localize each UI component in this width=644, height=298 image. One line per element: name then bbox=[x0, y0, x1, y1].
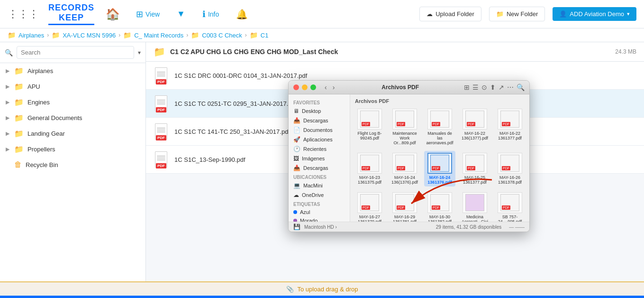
finder-file-name-1: Flight Log B-99245.pdf bbox=[356, 131, 383, 140]
sidebar-label-propellers: Propellers bbox=[27, 146, 55, 153]
finder-sort-icon[interactable]: ⊙ bbox=[481, 84, 487, 91]
breadcrumb-folder-icon-2: 📁 bbox=[52, 31, 60, 39]
finder-sidebar-onedrive[interactable]: ☁ OneDrive bbox=[289, 190, 350, 200]
folder-icon-apu: 📁 bbox=[14, 82, 24, 91]
finder-close-button[interactable] bbox=[293, 84, 299, 90]
folder-icon-propellers: 📁 bbox=[14, 145, 24, 154]
finder-footer: 💾 Macintosh HD › 29 items, 41.32 GB disp… bbox=[289, 222, 529, 232]
finder-file-name-10: MAY-16-26 1361378.pdf bbox=[496, 175, 524, 185]
account-button[interactable]: 👤 ADD Aviation Demo ▾ bbox=[553, 7, 636, 21]
finder-maximize-button[interactable] bbox=[310, 84, 316, 90]
header: ⋮⋮⋮ RECORDS KEEP 🏠 ⊞ View ▼ ℹ Info 🔔 ☁ U… bbox=[0, 0, 644, 28]
finder-file-1[interactable]: PDF Flight Log B-99245.pdf bbox=[354, 107, 385, 147]
sidebar-item-propellers[interactable]: ▶ 📁 Propellers bbox=[0, 141, 145, 157]
expand-icon-engines: ▶ bbox=[6, 99, 9, 105]
pdf-icon-3: PDF bbox=[154, 122, 169, 140]
sidebar-item-apu[interactable]: ▶ 📁 APU bbox=[0, 79, 145, 94]
finder-file-3[interactable]: PDF Manuales de las aeronaves.pdf bbox=[424, 107, 455, 147]
finder-action-icon[interactable]: ⬆ bbox=[490, 84, 496, 91]
finder-location-label: Archivos PDF bbox=[354, 98, 526, 104]
sidebar-item-engines[interactable]: ▶ 📁 Engines bbox=[0, 94, 145, 110]
sidebar-item-general[interactable]: ▶ 📁 General Documents bbox=[0, 110, 145, 126]
nav-view[interactable]: ⊞ View bbox=[131, 7, 164, 21]
finder-share-icon[interactable]: ↗ bbox=[499, 84, 504, 91]
finder-file-6[interactable]: PDF MAY-16-23 1361375.pdf bbox=[354, 151, 385, 186]
logo-underline bbox=[48, 24, 94, 25]
sidebar-item-airplanes[interactable]: ▶ 📁 Airplanes bbox=[0, 63, 145, 79]
finder-hd-label: Macintosh HD › bbox=[304, 224, 337, 230]
finder-minimize-button[interactable] bbox=[302, 84, 308, 90]
finder-file-9[interactable]: PDF MAY-16-25 1361377.pdf bbox=[459, 151, 490, 186]
finder-file-12[interactable]: PDF MAY-16-29 1361381.pdf bbox=[389, 190, 420, 222]
sidebar-label-general: General Documents bbox=[27, 114, 82, 121]
upload-hint-icon: 📎 bbox=[286, 286, 294, 293]
finder-sidebar-recent[interactable]: 🕐 Recientes bbox=[289, 144, 350, 154]
sidebar-label-landing: Landing Gear bbox=[27, 130, 65, 137]
search-icon: 🔍 bbox=[5, 49, 13, 56]
filter-icon: ▼ bbox=[177, 9, 185, 19]
finder-sidebar-downloads1[interactable]: 📥 Descargas bbox=[289, 116, 350, 125]
finder-file-13[interactable]: PDF MAY-16-30 1361382.pdf bbox=[424, 190, 455, 222]
folder-size: 24.3 MB bbox=[615, 48, 636, 55]
finder-file-11[interactable]: PDF MAY-16-27 1361379.pdf bbox=[354, 190, 385, 222]
finder-file-10[interactable]: PDF MAY-16-26 1361378.pdf bbox=[494, 151, 526, 186]
upload-folder-button[interactable]: ☁ Upload Folder bbox=[419, 7, 481, 21]
finder-file-5[interactable]: PDF MAY-16-22 1361377.pdf bbox=[494, 107, 526, 147]
new-folder-button[interactable]: 📁 New Folder bbox=[489, 7, 545, 21]
nav-info[interactable]: ℹ Info bbox=[198, 7, 224, 21]
finder-sidebar-images[interactable]: 🖼 Imágenes bbox=[289, 154, 350, 163]
folder-header: 📁 C1 C2 APU CHG LG CHG ENG CHG MOD_Last … bbox=[146, 42, 644, 62]
breadcrumb-maint[interactable]: C_ Maint Records bbox=[134, 32, 183, 39]
breadcrumb-c003[interactable]: C003 C Check bbox=[202, 32, 242, 39]
finder-title: Archivos PDF bbox=[339, 84, 461, 91]
nav-bell[interactable]: 🔔 bbox=[231, 7, 253, 22]
finder-sidebar-desktop[interactable]: 🖥 Desktop bbox=[289, 106, 350, 116]
finder-file-name-7: MAY-16-24 136(1376).pdf bbox=[391, 175, 418, 185]
finder-sidebar-macmini[interactable]: 💻 MacMini bbox=[289, 181, 350, 190]
finder-tag-azul[interactable]: Azul bbox=[289, 208, 350, 216]
nav-filter[interactable]: ▼ bbox=[172, 7, 190, 21]
sidebar-item-recycle[interactable]: ▶ 🗑 Recycle Bin bbox=[0, 157, 145, 172]
pdf-icon-2: PDF bbox=[154, 94, 169, 112]
finder-view-grid-icon[interactable]: ⊞ bbox=[464, 84, 470, 91]
finder-forward-icon[interactable]: › bbox=[331, 84, 337, 91]
finder-file-14[interactable]: Medicina Aeronati...Civil.pdf bbox=[459, 190, 490, 222]
expand-icon-general: ▶ bbox=[6, 115, 9, 121]
breadcrumb-xa-vlc[interactable]: XA-VLC MSN 5996 bbox=[63, 32, 116, 39]
finder-file-8[interactable]: PDF MAY-16-24 1361376.pdf bbox=[424, 151, 455, 186]
finder-file-7[interactable]: PDF MAY-16-24 136(1376).pdf bbox=[389, 151, 420, 186]
finder-file-15[interactable]: PDF SB 757-24-...995.pdf bbox=[494, 190, 526, 222]
finder-back-icon[interactable]: ‹ bbox=[323, 84, 329, 91]
finder-sidebar-docs[interactable]: 📄 Documentos bbox=[289, 125, 350, 135]
breadcrumb-airplanes[interactable]: Airplanes bbox=[18, 32, 44, 39]
logo-top: RECORDS bbox=[48, 3, 94, 13]
apps-grid-icon[interactable]: ⋮⋮⋮ bbox=[8, 8, 39, 20]
finder-file-2[interactable]: PDF Maintenance Work Or...809.pdf bbox=[389, 107, 420, 147]
finder-view-list-icon[interactable]: ☰ bbox=[472, 84, 479, 91]
breadcrumb-c1[interactable]: C1 bbox=[261, 32, 269, 39]
sidebar-item-landing-gear[interactable]: ▶ 📁 Landing Gear bbox=[0, 126, 145, 141]
finder-more-icon[interactable]: ⋯ bbox=[507, 84, 514, 91]
finder-sidebar-downloads2[interactable]: 📥 Descargas bbox=[289, 163, 350, 173]
folder-icon-airplanes: 📁 bbox=[14, 66, 24, 75]
breadcrumb-folder-icon-5: 📁 bbox=[250, 31, 258, 39]
current-folder-name: C1 C2 APU CHG LG CHG ENG CHG MOD_Last Ch… bbox=[170, 48, 338, 56]
finder-search-icon[interactable]: 🔍 bbox=[517, 84, 525, 91]
finder-file-name-9: MAY-16-25 1361377.pdf bbox=[461, 175, 489, 185]
finder-tag-morado[interactable]: Morado bbox=[289, 216, 350, 222]
finder-sidebar-apps[interactable]: 🚀 Aplicaciones bbox=[289, 135, 350, 144]
finder-file-4[interactable]: PDF MAY-16-22 136(1377).pdf bbox=[459, 107, 490, 147]
home-icon[interactable]: 🏠 bbox=[106, 8, 120, 21]
search-bar: 🔍 ▾ bbox=[0, 42, 145, 63]
search-dropdown-icon[interactable]: ▾ bbox=[138, 49, 141, 56]
finder-file-name-12: MAY-16-29 1361381.pdf bbox=[391, 214, 418, 222]
finder-file-grid: PDF Flight Log B-99245.pdf PDF Maintenan… bbox=[354, 107, 526, 222]
current-folder-icon: 📁 bbox=[154, 46, 165, 57]
breadcrumb: 📁 Airplanes › 📁 XA-VLC MSN 5996 › 📁 C_ M… bbox=[0, 28, 644, 42]
upload-hint-text: To upload drag & drop bbox=[298, 286, 358, 293]
sidebar-label-recycle: Recycle Bin bbox=[26, 161, 58, 168]
search-input[interactable] bbox=[17, 46, 134, 59]
expand-icon-landing: ▶ bbox=[6, 130, 9, 137]
info-icon: ℹ bbox=[202, 9, 206, 19]
finder-file-name-3: Manuales de las aeronaves.pdf bbox=[426, 131, 454, 145]
